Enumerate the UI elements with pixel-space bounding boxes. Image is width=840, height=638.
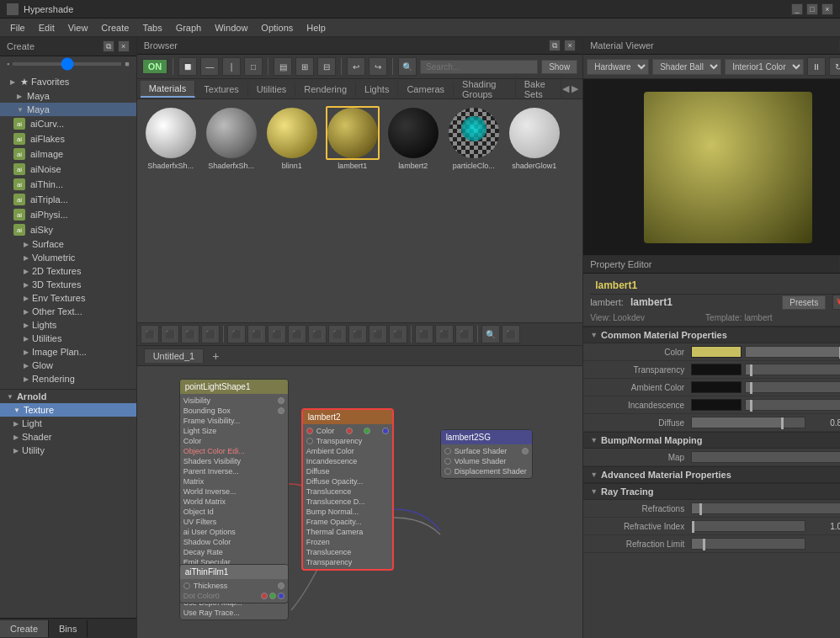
color-swatch-transparency[interactable] [691,364,742,375]
node-aiphysi[interactable]: ai aiPhysi... [0,207,136,222]
tab-scroll-left[interactable]: ◀ [561,82,571,96]
material-item-particleclo[interactable]: particleClo... [447,106,501,316]
browser-title-controls[interactable]: ⧉ × [549,40,576,51]
tree-utility[interactable]: ▶ Utility [0,444,136,457]
slider-track-transparency[interactable] [745,364,840,375]
menu-graph[interactable]: Graph [169,21,209,35]
tree-utilities[interactable]: ▶ Utilities [0,332,136,345]
section-header-common[interactable]: ▼ Common Material Properties [583,327,840,343]
material-item-shaderfx1[interactable]: ShaderfxSh... [144,106,198,316]
toolbar-btn-8[interactable]: ↩ [347,57,365,76]
tab-textures[interactable]: Textures [195,82,248,97]
toolbar-btn-7[interactable]: ⊟ [317,57,336,76]
slider-track-incandescence[interactable] [745,399,840,411]
toolbar-btn-10[interactable]: 🔍 [398,57,417,76]
material-item-blinn1[interactable]: blinn1 [265,106,319,316]
slider-track-diffuse[interactable] [691,417,805,428]
tab-scroll-right[interactable]: ▶ [571,82,580,96]
toolbar-btn-9[interactable]: ↪ [369,57,387,76]
node-aiflakes[interactable]: ai aiFlakes [0,131,136,146]
graph-tab-untitled1[interactable]: Untitled_1 [144,348,205,363]
panel-close-button[interactable]: × [118,40,130,52]
node-lambert2[interactable]: lambert2 Color Transparency Ambient Colo… [301,408,394,571]
tree-favorites[interactable]: ▶ ★ Favorites [0,75,136,89]
tree-lights[interactable]: ▶ Lights [0,318,136,332]
panel-float-button[interactable]: ⧉ [103,40,114,52]
graph-btn-7[interactable]: ⬛ [268,325,286,343]
menu-file[interactable]: File [3,21,32,35]
tab-cameras[interactable]: Cameras [398,82,454,97]
section-header-advanced[interactable]: ▼ Advanced Material Properties [583,466,840,483]
toolbar-btn-1[interactable]: 🔲 [178,57,197,76]
graph-btn-10[interactable]: ⬛ [328,325,347,343]
tree-texture[interactable]: ▼ Texture [0,403,136,417]
menu-create[interactable]: Create [94,21,136,35]
graph-btn-15[interactable]: ⬛ [435,325,454,343]
material-item-shaderfx2[interactable]: ShaderfxSh... [205,106,258,316]
graph-btn-2[interactable]: ⬛ [161,325,179,343]
graph-btn-6[interactable]: ⬛ [247,325,266,343]
tab-shading-groups[interactable]: Shading Groups [454,77,516,102]
slider-track-refindex[interactable] [691,520,805,532]
panel-controls[interactable]: ⧉ × [103,40,130,52]
toolbar-btn-6[interactable]: ⊞ [295,57,314,76]
tree-shader[interactable]: ▶ Shader [0,430,136,444]
tree-2dtex[interactable]: ▶ 2D Textures [0,264,136,278]
graph-btn-9[interactable]: ⬛ [308,325,327,343]
toolbar-btn-5[interactable]: ▤ [274,57,292,76]
node-aithin[interactable]: ai aiThin... [0,177,136,192]
render-mode-dropdown[interactable]: Hardware Software [587,59,649,75]
menu-view[interactable]: View [61,21,95,35]
bins-tab-button[interactable]: Bins [49,620,88,637]
viewer-pause-button[interactable]: ⏸ [807,57,826,76]
node-aitripla[interactable]: ai aiTripla... [0,192,136,207]
tab-rendering[interactable]: Rendering [295,82,356,97]
material-item-lambert2[interactable]: lambert2 [386,106,440,316]
graph-btn-3[interactable]: ⬛ [181,325,199,343]
menu-window[interactable]: Window [208,21,254,35]
graph-btn-8[interactable]: ⬛ [288,325,306,343]
prop-icons[interactable]: 🔖 📋 [832,295,840,310]
slider-handle-ambient[interactable] [750,382,752,394]
viewer-refresh-button[interactable]: ↻ [829,57,840,76]
tree-arnold[interactable]: ▼ Arnold [0,389,136,403]
slider-track-map[interactable] [691,451,840,463]
slider-track-refractions[interactable] [691,502,840,514]
graph-btn-11[interactable]: ⬛ [348,325,367,343]
close-button[interactable]: × [821,3,833,15]
show-button[interactable]: Show [541,60,577,74]
graph-btn-search[interactable]: 🔍 [481,325,500,343]
menu-options[interactable]: Options [254,21,300,35]
graph-btn-17[interactable]: ⬛ [502,325,520,343]
tree-surface[interactable]: ▶ Surface [0,237,136,251]
material-item-shaderglow1[interactable]: shaderGlow1 [508,106,561,316]
presets-button[interactable]: Presets [782,295,826,310]
node-lambert2sg[interactable]: lambert2SG Surface Shader Volume Shader [440,429,533,479]
tree-rendering[interactable]: ▶ Rendering [0,372,136,385]
tree-glow[interactable]: ▶ Glow [0,359,136,372]
material-selector-dropdown[interactable]: Interior1 Color [725,59,804,75]
node-aithinfilm1[interactable]: aiThinFilm1 Thickness Dot Color0 [179,564,289,603]
on-button[interactable]: ON [142,59,168,74]
node-aisky[interactable]: ai aiSky [0,222,136,237]
browser-close-button[interactable]: × [564,40,576,51]
tree-maya-2[interactable]: ▼ Maya [0,103,136,116]
graph-btn-13[interactable]: ⬛ [389,325,407,343]
tree-envtex[interactable]: ▶ Env Textures [0,291,136,305]
create-tab-button[interactable]: Create [0,620,49,637]
browser-float-button[interactable]: ⧉ [549,40,561,51]
section-header-bump[interactable]: ▼ Bump/Normal Mapping [583,432,840,449]
tab-lights[interactable]: Lights [356,82,398,97]
menu-help[interactable]: Help [300,21,332,35]
search-input[interactable] [420,60,538,74]
graph-btn-14[interactable]: ⬛ [415,325,433,343]
tree-maya-1[interactable]: ▶ Maya [0,89,136,103]
window-controls[interactable]: _ □ × [791,3,833,15]
menu-tabs[interactable]: Tabs [136,21,168,35]
slider-handle-reflimit[interactable] [703,539,705,550]
graph-btn-1[interactable]: ⬛ [141,325,159,343]
bookmark-icon[interactable]: 🔖 [832,295,840,310]
toolbar-btn-3[interactable]: | [222,57,241,76]
tab-materials[interactable]: Materials [141,81,196,98]
slider-track-reflimit[interactable] [691,538,805,550]
